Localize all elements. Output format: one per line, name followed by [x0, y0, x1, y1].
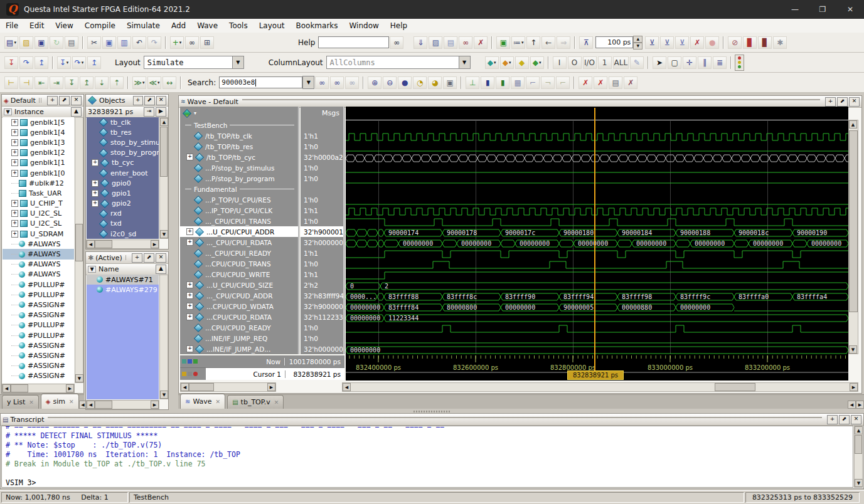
tab-close-icon[interactable]: ✕ [69, 399, 74, 405]
prev-rising-edge-button[interactable]: ⇣ [95, 76, 109, 89]
scroll-up-button[interactable]: ▲ [849, 120, 857, 129]
active-process-item[interactable]: #ALWAYS#71 [87, 275, 159, 285]
wave-signal-name[interactable]: +/tb_TOP/tb_cyc [180, 152, 298, 162]
instance-tree-item[interactable]: #ASSIGN# [3, 310, 74, 320]
show-inouts-button[interactable]: I/O [583, 56, 597, 69]
tree-expand-button[interactable]: + [11, 149, 18, 156]
wave-signal-name[interactable]: ...P_TOP/U_CPU/RES [180, 194, 298, 205]
tab-scroll-right[interactable]: ▶ [856, 401, 864, 409]
window-grip[interactable] [48, 417, 822, 422]
names-horizontal-scrollbar[interactable]: ◀ ▶ [180, 382, 276, 392]
objects-item[interactable]: stop_by_stimul [87, 137, 159, 147]
show-internal-button[interactable]: 1 [598, 56, 612, 69]
scroll-down-button[interactable]: ▼ [160, 230, 168, 238]
zoom-mode-button[interactable]: ▢ [668, 56, 681, 69]
instance-tree-item[interactable]: +genblk1[1 [3, 158, 74, 168]
spinner-down[interactable]: ▼ [633, 43, 643, 50]
instance-tree-item[interactable]: +U_SDRAM [3, 229, 74, 239]
add-selected-to-wave-button[interactable]: ↧▾ [57, 56, 71, 69]
menu-bookmarks[interactable]: Bookmarks [290, 19, 343, 32]
column-filter-icon[interactable]: ▼ [4, 108, 12, 115]
wave-signal-name[interactable]: +...CPU/CPUD_WDATA [180, 301, 298, 312]
instance-tree-item[interactable]: #ublk#12 [3, 178, 74, 188]
scroll-up-button[interactable]: ▲ [156, 265, 166, 274]
pan-mode-button[interactable]: ✛ [683, 56, 696, 69]
instance-tree-item[interactable]: #ASSIGN# [3, 350, 74, 360]
two-cursor-mode-button[interactable]: ‖ [698, 56, 712, 69]
tree-expand-button[interactable]: + [11, 170, 18, 177]
zoom-full-button[interactable]: ● [398, 76, 412, 89]
wave-signal-name[interactable]: /tb_TOP/tb_res [180, 141, 298, 152]
panel-close-button[interactable]: ✕ [851, 415, 861, 424]
show-all-button[interactable]: ALL [613, 56, 629, 69]
columnlayout-combo-arrow[interactable]: ▼ [459, 56, 471, 69]
panel-grip[interactable] [125, 255, 127, 260]
delete-cursor-button[interactable]: ⊣ [19, 76, 33, 89]
menu-simulate[interactable]: Simulate [121, 19, 166, 32]
paste-button[interactable]: ▥ [117, 36, 131, 49]
panel-undock-button[interactable]: ⬈ [837, 97, 848, 107]
performance-profile-button[interactable]: ▊ [743, 36, 757, 49]
instance-tree-item[interactable]: #ALWAYS [3, 249, 74, 259]
edit-mode-button[interactable]: ≣ [713, 56, 727, 69]
tree-expand-button[interactable]: + [92, 159, 99, 166]
tab-sim[interactable]: ◈sim✕ [41, 394, 79, 409]
collapse-time-button[interactable]: ≫▾ [132, 76, 146, 89]
link-memory-button[interactable]: ◆▾ [530, 56, 544, 69]
scroll-right-button[interactable]: ▶ [850, 383, 858, 391]
instance-tree-item[interactable]: #ALWAYS [3, 270, 74, 280]
panel-close-button[interactable]: ✕ [71, 96, 82, 105]
scroll-left-button[interactable]: ◀ [87, 240, 95, 248]
spinner-up[interactable]: ▲ [633, 36, 643, 43]
cut-button[interactable]: ✂ [87, 36, 101, 49]
falling-edge-view-button[interactable]: ¬ [541, 76, 555, 89]
tree-expand-button[interactable]: + [92, 180, 99, 187]
objects-item[interactable]: +gpio2 [87, 199, 159, 209]
add-to-log-button[interactable]: ↥ [35, 56, 48, 69]
panel-close-button[interactable]: ✕ [156, 96, 166, 105]
up-hierarchy-button[interactable]: ↑ [526, 36, 540, 49]
tab-y list[interactable]: y List✕ [2, 395, 39, 409]
wave-cursor[interactable] [594, 108, 595, 377]
menu-tools[interactable]: Tools [223, 19, 253, 32]
break-button[interactable]: ✗ [690, 36, 704, 49]
cursor-prev-transition-button[interactable]: ⇤ [35, 76, 48, 89]
panel-add-button[interactable]: + [827, 415, 838, 424]
active-vertical-scrollbar[interactable]: ▼ [159, 275, 168, 399]
instance-tree-item[interactable]: #ALWAYS [3, 239, 74, 249]
wave-expand-button[interactable]: + [186, 228, 193, 235]
tab-close-icon[interactable]: ✕ [216, 399, 221, 405]
layout-combo-arrow[interactable]: ▼ [232, 56, 244, 69]
menu-view[interactable]: View [50, 19, 78, 32]
wave-signal-name[interactable]: +..._CPU/CPUI_RDATA [180, 237, 298, 248]
objects-vertical-scrollbar[interactable]: ▲ ▼ [159, 117, 168, 239]
columnlayout-combo[interactable]: AllColumns [326, 56, 459, 69]
active-horizontal-scrollbar[interactable]: ◀ ▶ [86, 400, 159, 409]
transcript-prompt[interactable]: VSIM 3> [6, 478, 853, 488]
zoom-in-button[interactable]: ⊕ [368, 76, 381, 89]
search-options-button[interactable]: ∞ [345, 76, 359, 89]
tab-close-icon[interactable]: ✕ [274, 399, 279, 406]
next-difference-button[interactable]: ✗ [594, 76, 607, 89]
wave-signal-name[interactable]: ...CPU/CPUD_READY [180, 322, 298, 333]
scroll-right-button[interactable]: ▶ [267, 383, 275, 391]
panel-close-button[interactable]: ✕ [849, 97, 860, 107]
next-falling-edge-button[interactable]: ↥ [80, 76, 93, 89]
menu-window[interactable]: Window [344, 19, 385, 32]
menu-file[interactable]: File [0, 19, 24, 32]
wave-expand-button[interactable]: + [186, 313, 193, 320]
scroll-down-button[interactable]: ▼ [75, 374, 83, 382]
scroll-up-button[interactable]: ▲ [855, 426, 863, 434]
run-button[interactable]: ⊻ [645, 36, 659, 49]
full-names-button[interactable]: ▮ [496, 76, 509, 89]
objects-item[interactable]: stop_by_progr [87, 148, 159, 158]
short-names-button[interactable]: ▮ [481, 76, 494, 89]
column-filter-icon[interactable]: ▼ [88, 266, 96, 273]
tree-expand-button[interactable]: + [11, 119, 18, 126]
objects-item[interactable]: +tb_cyc [87, 158, 159, 168]
run-all-button[interactable]: ⊻ [675, 36, 689, 49]
copy-button[interactable]: ▣ [102, 36, 116, 49]
wave-signal-name[interactable]: /tb_TOP/tb_clk [180, 130, 298, 141]
waveform-canvas[interactable]: 90000174900001789000017c9000018090000184… [346, 107, 848, 381]
zoom-out-on-cursor-button[interactable]: ◕ [428, 76, 442, 89]
